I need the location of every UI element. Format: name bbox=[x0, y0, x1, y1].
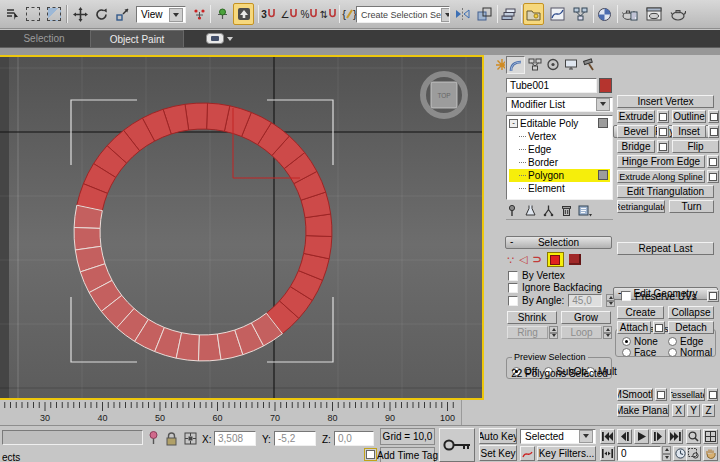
create-button[interactable]: Create bbox=[617, 306, 664, 319]
tessellate-settings-button[interactable] bbox=[707, 388, 718, 401]
tab-hierarchy-icon[interactable] bbox=[526, 56, 543, 72]
bevel-button[interactable]: Bevel bbox=[617, 125, 655, 138]
stack-row-edge[interactable]: Edge bbox=[509, 143, 610, 156]
time-tag-icon[interactable] bbox=[364, 448, 377, 461]
stack-onoff-box[interactable] bbox=[598, 118, 608, 128]
y-coord-field[interactable]: -5,2 bbox=[274, 431, 316, 446]
curve-editor-icon[interactable] bbox=[547, 3, 568, 25]
constraint-face-radio[interactable] bbox=[622, 348, 631, 357]
zoom-button[interactable] bbox=[686, 429, 701, 444]
subobject-element-icon[interactable] bbox=[569, 254, 581, 265]
make-unique-icon[interactable] bbox=[542, 204, 555, 217]
pin-icon[interactable] bbox=[147, 430, 160, 446]
by-angle-checkbox[interactable] bbox=[508, 296, 518, 306]
object-name-field[interactable]: Tube001 bbox=[506, 78, 597, 93]
next-frame-button[interactable] bbox=[651, 429, 666, 444]
select-rotate-icon[interactable] bbox=[91, 3, 112, 25]
extrude-along-spline-settings-button[interactable] bbox=[707, 170, 719, 183]
align-icon[interactable] bbox=[474, 3, 495, 25]
rollout-selection[interactable]: - Selection bbox=[505, 236, 612, 249]
attach-button[interactable]: Attach bbox=[617, 321, 651, 334]
keyboard-override-button[interactable] bbox=[233, 3, 254, 25]
collapse-button[interactable]: Collapse bbox=[668, 306, 714, 319]
stack-row-vertex[interactable]: Vertex bbox=[509, 130, 610, 143]
rendered-frame-window-icon[interactable] bbox=[643, 3, 664, 25]
ribbon-toggle-icon[interactable] bbox=[206, 33, 233, 44]
loop-button[interactable]: Loop bbox=[561, 326, 602, 339]
render-production-icon[interactable] bbox=[667, 3, 688, 25]
add-time-tag-box[interactable]: Add Time Tag bbox=[380, 447, 435, 462]
by-vertex-checkbox[interactable] bbox=[508, 271, 518, 281]
stack-row-element[interactable]: Element bbox=[509, 182, 610, 195]
layer-manager-icon[interactable] bbox=[498, 3, 519, 25]
tessellate-button[interactable]: Tessellate bbox=[670, 388, 705, 401]
make-planar-x-button[interactable]: X bbox=[672, 404, 685, 417]
graphite-ribbon-toggle-icon[interactable] bbox=[523, 3, 544, 25]
insert-vertex-button[interactable]: Insert Vertex bbox=[617, 95, 714, 108]
auto-key-button[interactable]: Auto Key bbox=[479, 428, 517, 444]
subobject-edge-icon[interactable]: ◁ bbox=[519, 253, 527, 266]
spinner-snap-icon[interactable]: ⇅ bbox=[318, 3, 339, 25]
extrude-button[interactable]: Extrude bbox=[617, 110, 655, 123]
modifier-list-combo[interactable]: Modifier List bbox=[506, 97, 613, 112]
object-color-swatch[interactable] bbox=[599, 78, 612, 93]
time-configuration-button[interactable] bbox=[673, 446, 687, 461]
bevel-settings-button[interactable] bbox=[657, 125, 669, 138]
edit-triangulation-button[interactable]: Edit Triangulation bbox=[617, 185, 714, 198]
percent-snap-icon[interactable]: % bbox=[299, 3, 320, 25]
named-selection-set-combo[interactable]: Create Selection Se bbox=[356, 6, 450, 23]
goto-end-button[interactable] bbox=[668, 429, 683, 444]
make-planar-z-button[interactable]: Z bbox=[702, 404, 715, 417]
chevron-down-icon[interactable] bbox=[596, 98, 610, 110]
viewcube[interactable]: TOP bbox=[423, 74, 465, 116]
pin-stack-icon[interactable] bbox=[506, 204, 519, 217]
schematic-view-icon[interactable] bbox=[570, 3, 591, 25]
tab-utilities-icon[interactable] bbox=[580, 56, 597, 72]
by-angle-field[interactable]: 45,0 bbox=[568, 294, 602, 307]
detach-button[interactable]: Detach bbox=[668, 321, 714, 334]
key-filters-button[interactable]: Key Filters... bbox=[537, 446, 596, 461]
constraint-normal-radio[interactable] bbox=[668, 348, 677, 357]
chevron-down-icon[interactable] bbox=[579, 430, 593, 442]
attach-settings-button[interactable] bbox=[653, 321, 665, 334]
ring-spinner[interactable] bbox=[549, 326, 558, 339]
tab-selection[interactable]: Selection bbox=[0, 30, 88, 47]
select-by-name-icon[interactable] bbox=[1, 3, 22, 25]
ignore-backfacing-checkbox[interactable] bbox=[508, 283, 518, 293]
key-tangents-button[interactable] bbox=[520, 446, 535, 461]
shrink-button[interactable]: Shrink bbox=[507, 311, 557, 324]
track-bar[interactable] bbox=[2, 430, 143, 445]
inset-button[interactable]: Inset bbox=[672, 125, 706, 138]
play-button[interactable] bbox=[634, 429, 649, 444]
grow-button[interactable]: Grow bbox=[561, 311, 611, 324]
snaps-3d-icon[interactable]: 3 bbox=[258, 3, 279, 25]
current-frame-field[interactable]: 0 bbox=[617, 446, 661, 461]
timeline-ruler[interactable]: 30405060708090100 bbox=[0, 400, 462, 425]
angle-snap-icon[interactable]: ∠ bbox=[279, 3, 300, 25]
bridge-button[interactable]: Bridge bbox=[617, 140, 655, 153]
previous-frame-button[interactable] bbox=[617, 429, 632, 444]
selection-lock-icon[interactable] bbox=[164, 431, 179, 446]
preserve-uvs-checkbox[interactable] bbox=[621, 291, 631, 301]
msmooth-button[interactable]: MSmooth bbox=[617, 388, 653, 401]
zoom-all-button[interactable] bbox=[703, 429, 718, 444]
pan-view-button[interactable] bbox=[703, 446, 718, 461]
use-pivot-center-icon[interactable] bbox=[189, 3, 210, 25]
subobject-border-icon[interactable]: ⊃ bbox=[532, 253, 541, 266]
extrude-settings-button[interactable] bbox=[657, 110, 669, 123]
make-planar-button[interactable]: Make Planar bbox=[617, 404, 669, 417]
set-key-mode-button[interactable] bbox=[439, 428, 475, 462]
frame-spinner[interactable] bbox=[662, 446, 671, 461]
material-editor-icon[interactable] bbox=[594, 3, 615, 25]
tab-display-icon[interactable] bbox=[562, 56, 579, 72]
msmooth-settings-button[interactable] bbox=[655, 388, 667, 401]
key-mode-toggle-button[interactable] bbox=[600, 446, 615, 461]
outline-button[interactable]: Outline bbox=[672, 110, 706, 123]
absolute-offset-toggle-icon[interactable] bbox=[183, 431, 198, 446]
select-scale-icon[interactable] bbox=[112, 3, 133, 25]
stack-onoff-box[interactable] bbox=[598, 170, 608, 180]
goto-start-button[interactable] bbox=[600, 429, 615, 444]
zoom-region-button[interactable] bbox=[686, 446, 701, 461]
retriangulate-button[interactable]: Retriangulate bbox=[617, 200, 665, 213]
subobject-polygon-icon[interactable] bbox=[547, 252, 564, 267]
